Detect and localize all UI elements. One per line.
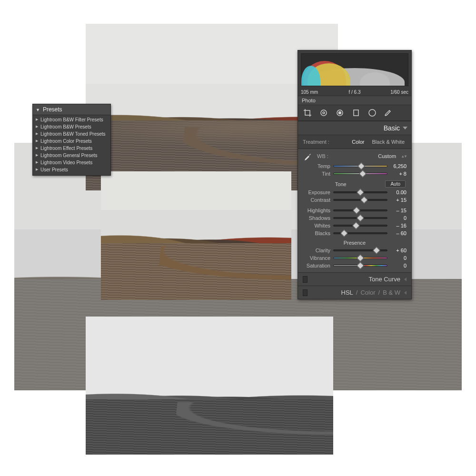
photo-bw bbox=[86, 317, 333, 455]
slider-highlights[interactable]: Highlights – 15 bbox=[298, 207, 411, 214]
treatment-row: Treatment : Color Black & White bbox=[298, 135, 411, 149]
preset-folder[interactable]: Lightroom General Presets bbox=[33, 152, 110, 159]
slider-temp[interactable]: Temp 6,250 bbox=[298, 162, 411, 170]
eyedropper-icon[interactable] bbox=[303, 151, 313, 161]
svg-point-3 bbox=[339, 112, 341, 114]
slider-shadows[interactable]: Shadows 0 bbox=[298, 214, 411, 222]
focal-length: 105 mm bbox=[301, 89, 337, 95]
redeye-tool-icon[interactable] bbox=[335, 108, 345, 118]
hsl-title: HSL bbox=[341, 289, 353, 296]
shutter-speed: 1/60 sec bbox=[373, 89, 408, 95]
histogram-area bbox=[301, 53, 408, 86]
slider-contrast[interactable]: Contrast + 15 bbox=[298, 196, 411, 204]
wb-value[interactable]: Custom bbox=[378, 153, 396, 159]
slider-blacks[interactable]: Blacks – 60 bbox=[298, 229, 411, 237]
preset-folder[interactable]: Lightroom Video Presets bbox=[33, 159, 110, 166]
basic-header[interactable]: Basic bbox=[298, 121, 411, 135]
slider-value: 0.00 bbox=[390, 189, 407, 195]
histogram[interactable]: 105 mm f / 6.3 1/60 sec bbox=[298, 50, 411, 96]
slider-value: – 15 bbox=[390, 208, 407, 213]
svg-point-1 bbox=[323, 112, 325, 114]
presence-subhead: Presence bbox=[298, 237, 411, 247]
aperture: f / 6.3 bbox=[337, 89, 372, 95]
treatment-label: Treatment : bbox=[303, 139, 329, 145]
svg-point-5 bbox=[369, 109, 376, 116]
collapse-icon bbox=[404, 291, 407, 295]
tone-title: Tone bbox=[335, 181, 347, 187]
preset-folder[interactable]: Lightroom B&W Toned Presets bbox=[33, 130, 110, 138]
slider-value: 0 bbox=[390, 263, 407, 268]
basic-title: Basic bbox=[384, 124, 400, 132]
presence-title: Presence bbox=[344, 240, 366, 246]
slider-label: Exposure bbox=[303, 189, 330, 195]
slider-label: Contrast bbox=[303, 197, 330, 203]
collapse-icon bbox=[404, 278, 407, 281]
auto-button[interactable]: Auto bbox=[385, 180, 406, 188]
wb-row: WB : Custom ▲▼ bbox=[298, 149, 411, 162]
develop-panel: 105 mm f / 6.3 1/60 sec Photo Basic Trea… bbox=[298, 50, 412, 299]
tonecurve-title: Tone Curve bbox=[369, 276, 400, 283]
slider-value: 0 bbox=[390, 215, 407, 221]
slider-label: Whites bbox=[303, 223, 330, 228]
tool-strip bbox=[298, 105, 411, 121]
preset-folder[interactable]: Lightroom B&W Presets bbox=[33, 123, 110, 130]
treatment-color[interactable]: Color bbox=[350, 138, 366, 146]
slider-label: Blacks bbox=[303, 230, 330, 236]
wb-dropdown-icon[interactable]: ▲▼ bbox=[401, 154, 407, 159]
panel-switch-icon[interactable] bbox=[303, 276, 307, 283]
slider-value: + 8 bbox=[390, 171, 407, 177]
slider-value: + 15 bbox=[390, 197, 407, 203]
slider-value: – 60 bbox=[390, 230, 407, 236]
treatment-bw[interactable]: Black & White bbox=[370, 138, 407, 146]
slider-label: Saturation bbox=[303, 263, 330, 268]
slider-label: Vibrance bbox=[303, 255, 330, 261]
hsl-header[interactable]: HSL / Color / B & W bbox=[298, 286, 411, 299]
photo-edited bbox=[101, 171, 291, 300]
presets-header[interactable]: Presets bbox=[33, 104, 110, 115]
slider-label: Temp bbox=[303, 163, 330, 169]
tone-subhead: Tone Auto bbox=[298, 178, 411, 188]
photo-label: Photo bbox=[298, 96, 411, 105]
slider-vibrance[interactable]: Vibrance 0 bbox=[298, 254, 411, 262]
tonecurve-header[interactable]: Tone Curve bbox=[298, 272, 411, 286]
radial-filter-icon[interactable] bbox=[367, 108, 377, 118]
slider-value: 6,250 bbox=[390, 163, 407, 169]
slider-clarity[interactable]: Clarity + 60 bbox=[298, 247, 411, 254]
collapse-icon bbox=[403, 127, 407, 129]
slider-label: Highlights bbox=[303, 208, 330, 213]
preset-folder[interactable]: Lightroom B&W Filter Presets bbox=[33, 116, 110, 123]
svg-point-0 bbox=[321, 110, 327, 116]
brush-tool-icon[interactable] bbox=[384, 108, 393, 118]
slider-label: Shadows bbox=[303, 215, 330, 221]
slider-label: Tint bbox=[303, 171, 330, 177]
presets-list: Lightroom B&W Filter Presets Lightroom B… bbox=[33, 115, 110, 175]
panel-switch-icon[interactable] bbox=[303, 289, 307, 296]
preset-folder[interactable]: Lightroom Effect Presets bbox=[33, 145, 110, 152]
preset-folder[interactable]: User Presets bbox=[33, 166, 110, 173]
spot-removal-icon[interactable] bbox=[319, 108, 328, 118]
slider-tint[interactable]: Tint + 8 bbox=[298, 170, 411, 178]
slider-value: 0 bbox=[390, 255, 407, 261]
slider-saturation[interactable]: Saturation 0 bbox=[298, 262, 411, 269]
histogram-meta: 105 mm f / 6.3 1/60 sec bbox=[301, 89, 408, 95]
slider-value: + 60 bbox=[390, 248, 407, 253]
slider-whites[interactable]: Whites – 16 bbox=[298, 222, 411, 229]
graduated-filter-icon[interactable] bbox=[351, 108, 361, 118]
wb-label: WB : bbox=[317, 153, 328, 159]
crop-tool-icon[interactable] bbox=[303, 108, 312, 118]
presets-panel: Presets Lightroom B&W Filter Presets Lig… bbox=[32, 104, 111, 176]
slider-label: Clarity bbox=[303, 248, 330, 253]
svg-rect-4 bbox=[354, 110, 358, 116]
slider-exposure[interactable]: Exposure 0.00 bbox=[298, 188, 411, 196]
slider-value: – 16 bbox=[390, 223, 407, 228]
preset-folder[interactable]: Lightroom Color Presets bbox=[33, 138, 110, 145]
